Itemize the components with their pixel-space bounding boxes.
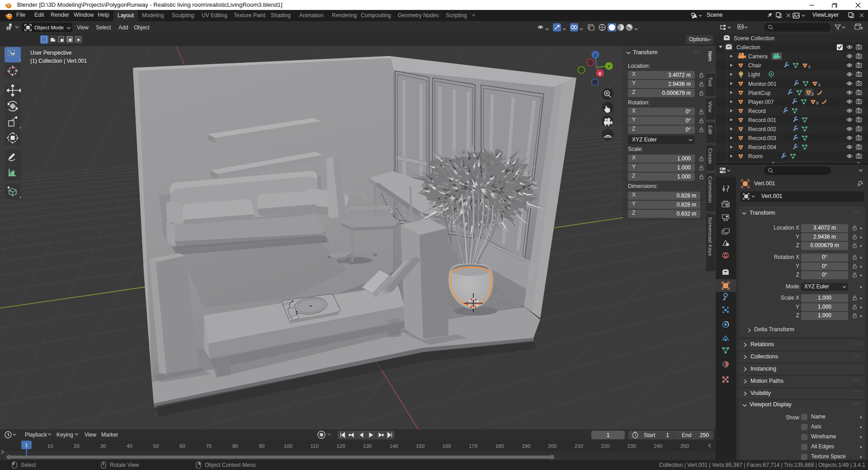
svg-text:250: 250 bbox=[680, 443, 689, 449]
svg-text:240: 240 bbox=[654, 443, 662, 449]
svg-text:Record.004: Record.004 bbox=[748, 144, 776, 150]
svg-text:Marker: Marker bbox=[101, 432, 118, 438]
svg-text:9: 9 bbox=[816, 101, 819, 105]
svg-text:1: 1 bbox=[25, 442, 28, 448]
svg-text:Keying: Keying bbox=[57, 432, 73, 438]
svg-text:View: View bbox=[85, 432, 96, 438]
svg-text:10: 10 bbox=[47, 443, 53, 449]
svg-text:70: 70 bbox=[206, 443, 212, 449]
svg-text:200: 200 bbox=[548, 443, 557, 449]
svg-text:1: 1 bbox=[666, 432, 669, 438]
svg-text:Start: Start bbox=[644, 432, 656, 438]
svg-text:Rotate View: Rotate View bbox=[110, 462, 139, 468]
svg-text:150: 150 bbox=[416, 443, 425, 449]
svg-text:Object Context Menu: Object Context Menu bbox=[205, 462, 256, 468]
svg-text:140: 140 bbox=[390, 443, 398, 449]
svg-text:Room: Room bbox=[748, 153, 763, 160]
svg-text:Record.002: Record.002 bbox=[748, 126, 776, 132]
svg-text:220: 220 bbox=[601, 443, 609, 449]
svg-text:Y: Y bbox=[608, 64, 611, 69]
svg-text:210: 210 bbox=[575, 443, 583, 449]
svg-text:20: 20 bbox=[74, 443, 80, 449]
svg-text:30: 30 bbox=[100, 443, 106, 449]
svg-text:50: 50 bbox=[153, 443, 159, 449]
svg-text:Z: Z bbox=[594, 52, 597, 57]
svg-text:X: X bbox=[599, 71, 602, 76]
svg-text:170: 170 bbox=[469, 443, 477, 449]
svg-text:130: 130 bbox=[363, 443, 372, 449]
svg-text:120: 120 bbox=[337, 443, 345, 449]
svg-text:250: 250 bbox=[700, 432, 709, 438]
svg-text:Light: Light bbox=[748, 71, 760, 78]
svg-text:80: 80 bbox=[232, 443, 238, 449]
svg-text:Record.003: Record.003 bbox=[748, 135, 776, 141]
svg-text:180: 180 bbox=[495, 443, 504, 449]
svg-text:100: 100 bbox=[284, 443, 292, 449]
svg-text:Camera: Camera bbox=[748, 53, 768, 60]
svg-text:Record: Record bbox=[748, 108, 766, 114]
svg-text:Record.001: Record.001 bbox=[748, 117, 776, 123]
svg-text:60: 60 bbox=[179, 443, 185, 449]
svg-text:3: 3 bbox=[818, 83, 821, 87]
svg-text:160: 160 bbox=[443, 443, 451, 449]
svg-text:Monitor.001: Monitor.001 bbox=[748, 81, 777, 87]
svg-text:Chair: Chair bbox=[748, 62, 761, 69]
svg-text:Collection: Collection bbox=[736, 44, 760, 51]
svg-text:90: 90 bbox=[259, 443, 264, 449]
svg-text:190: 190 bbox=[522, 443, 530, 449]
svg-text:Scene Collection: Scene Collection bbox=[734, 35, 774, 42]
svg-text:40: 40 bbox=[127, 443, 132, 449]
svg-text:End: End bbox=[682, 432, 691, 438]
svg-text:Collection | Vert.001 | Verts:: Collection | Vert.001 | Verts:85,367 | F… bbox=[659, 462, 866, 468]
svg-text:3: 3 bbox=[808, 65, 811, 69]
svg-text:Player.007: Player.007 bbox=[748, 99, 774, 105]
svg-text:Playback: Playback bbox=[25, 432, 47, 438]
svg-text:110: 110 bbox=[311, 443, 319, 449]
svg-text:Select: Select bbox=[21, 462, 36, 468]
svg-text:PlantCup: PlantCup bbox=[748, 90, 771, 96]
svg-text:2: 2 bbox=[812, 92, 814, 96]
svg-text:1: 1 bbox=[607, 432, 610, 438]
svg-text:230: 230 bbox=[627, 443, 636, 449]
